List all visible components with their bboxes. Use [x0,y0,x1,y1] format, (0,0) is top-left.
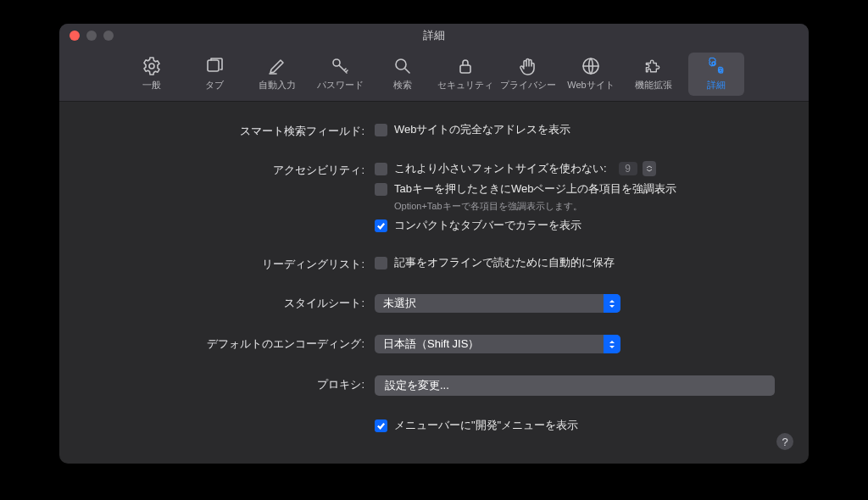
key-icon [330,56,350,76]
tabs-icon [204,56,225,76]
preferences-window: 詳細 一般 タブ 自動入力 パスワード 検索 セキュリティ プライバ [59,24,809,464]
compact-color-text: コンパクトなタブバーでカラーを表示 [394,218,581,233]
window-title: 詳細 [59,28,809,43]
tab-label: 一般 [142,79,161,92]
reading-list-label: リーディングリスト: [93,255,364,272]
tab-label: 詳細 [707,79,726,92]
svg-rect-4 [460,65,470,73]
hand-icon [518,56,538,76]
tab-label: 機能拡張 [635,79,672,92]
develop-menu-text: メニューバーに"開発"メニューを表示 [394,418,578,433]
stylesheet-label: スタイルシート: [93,294,364,311]
gears-icon [706,56,726,76]
tab-highlight-text: Tabキーを押したときにWebページ上の各項目を強調表示 [394,181,676,197]
tab-extensions[interactable]: 機能拡張 [626,53,682,96]
help-button[interactable]: ? [776,433,793,450]
spacer [93,418,364,419]
tab-highlight-helper: Option+Tabキーで各項目を強調表示します。 [394,200,775,213]
window-controls [70,31,114,41]
svg-point-0 [149,64,154,69]
puzzle-icon [643,56,664,76]
tab-label: タブ [205,79,224,92]
tab-label: プライバシー [500,79,556,92]
proxy-settings-button[interactable]: 設定を変更... [375,375,775,396]
tab-label: 検索 [393,79,412,92]
tab-advanced[interactable]: 詳細 [688,53,744,96]
compact-color-checkbox[interactable] [375,219,387,232]
reading-list-text: 記事をオフラインで読むために自動的に保存 [394,255,615,270]
tab-security[interactable]: セキュリティ [437,53,493,96]
show-full-url-checkbox[interactable] [375,124,387,136]
min-font-stepper[interactable] [643,161,656,176]
pencil-icon [267,56,287,76]
tab-tabs[interactable]: タブ [186,53,242,96]
tab-general[interactable]: 一般 [124,53,180,96]
encoding-select[interactable]: 日本語（Shift JIS） [375,335,620,353]
lock-icon [455,56,476,76]
develop-menu-checkbox[interactable] [375,419,387,432]
encoding-value: 日本語（Shift JIS） [383,336,479,352]
gear-icon [142,56,162,76]
zoom-button[interactable] [103,31,114,41]
stylesheet-select[interactable]: 未選択 [375,294,620,313]
tab-label: セキュリティ [437,79,493,92]
tab-label: Webサイト [567,79,614,92]
min-font-checkbox[interactable] [375,163,387,175]
tab-label: パスワード [317,79,364,92]
encoding-label: デフォルトのエンコーディング: [93,335,364,352]
tab-label: 自動入力 [259,79,296,92]
stylesheet-value: 未選択 [383,296,416,311]
advanced-pane: スマート検索フィールド: Webサイトの完全なアドレスを表示 アクセシビリティ:… [59,102,809,464]
minimize-button[interactable] [86,31,97,41]
tab-passwords[interactable]: パスワード [312,53,368,96]
globe-icon [581,56,601,76]
tab-privacy[interactable]: プライバシー [500,53,556,96]
tab-highlight-checkbox[interactable] [375,183,387,196]
svg-point-3 [396,59,406,69]
reading-list-checkbox[interactable] [375,257,387,269]
toolbar: 一般 タブ 自動入力 パスワード 検索 セキュリティ プライバシー Webサイ [59,47,809,102]
chevron-updown-icon [604,294,620,313]
smart-search-label: スマート検索フィールド: [93,122,364,139]
show-full-url-text: Webサイトの完全なアドレスを表示 [394,122,571,137]
titlebar: 詳細 [59,24,809,47]
min-font-text: これより小さいフォントサイズを使わない: [394,161,607,176]
tab-autofill[interactable]: 自動入力 [249,53,305,96]
proxy-label: プロキシ: [93,375,364,392]
min-font-value: 9 [619,162,637,175]
tab-search[interactable]: 検索 [375,53,431,96]
accessibility-label: アクセシビリティ: [93,161,364,178]
search-icon [392,56,413,76]
close-button[interactable] [70,31,80,41]
tab-websites[interactable]: Webサイト [563,53,619,96]
chevron-updown-icon [604,335,620,353]
svg-rect-1 [208,60,219,71]
